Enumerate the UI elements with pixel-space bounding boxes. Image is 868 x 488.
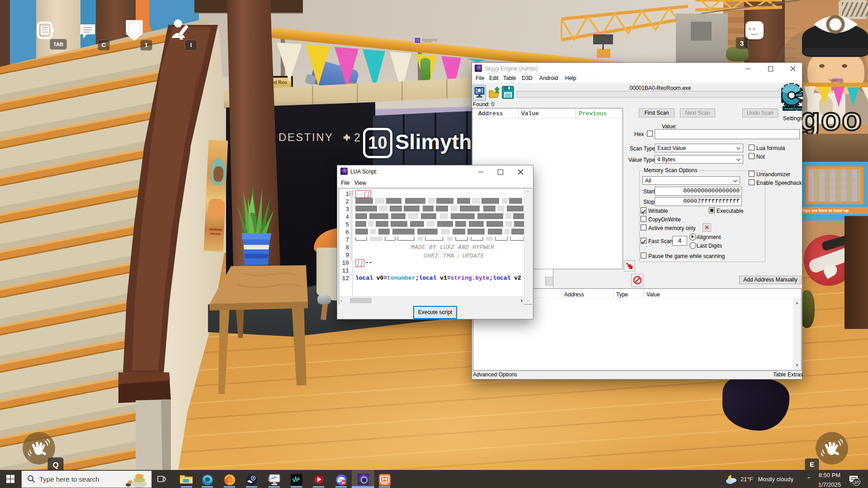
svg-text:9+: 9+ bbox=[342, 481, 345, 484]
svg-text:CheatEngine: CheatEngine bbox=[782, 107, 803, 111]
